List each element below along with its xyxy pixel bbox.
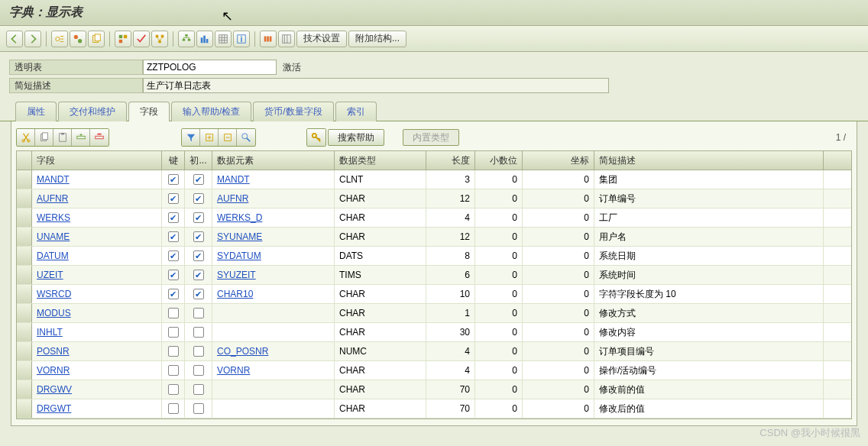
info-icon[interactable]: i — [233, 31, 250, 47]
cell-field[interactable]: WSRCD — [32, 285, 162, 303]
row-selector[interactable] — [17, 304, 32, 322]
paste-icon[interactable] — [53, 129, 72, 146]
cell-field[interactable]: UNAME — [32, 228, 162, 246]
cell-field[interactable]: MANDT — [32, 170, 162, 189]
cell-key[interactable] — [162, 247, 185, 265]
cell-key[interactable] — [162, 285, 185, 303]
cell-elem[interactable]: AUFNR — [212, 189, 335, 208]
col-init[interactable]: 初... — [185, 151, 212, 170]
cell-elem[interactable] — [212, 399, 335, 418]
cell-field[interactable]: UZEIT — [32, 266, 162, 284]
cell-elem[interactable]: WERKS_D — [212, 208, 335, 227]
cut-icon[interactable] — [17, 129, 35, 146]
cell-elem[interactable] — [212, 304, 335, 322]
key-icon[interactable] — [307, 129, 326, 146]
copy-row-icon[interactable] — [35, 129, 53, 146]
back-icon[interactable] — [6, 31, 23, 47]
cell-elem[interactable]: SYDATUM — [212, 247, 335, 265]
col-elem[interactable]: 数据元素 — [212, 151, 335, 170]
find-icon[interactable] — [237, 129, 255, 146]
forward-icon[interactable] — [24, 31, 41, 47]
tab-input-help[interactable]: 输入帮助/检查 — [171, 102, 251, 121]
activate-icon[interactable] — [133, 31, 150, 47]
col-key[interactable]: 键 — [162, 151, 185, 170]
cell-init[interactable] — [185, 399, 212, 418]
cell-field[interactable]: VORNR — [32, 361, 162, 380]
row-selector[interactable] — [17, 247, 32, 265]
cell-key[interactable] — [162, 323, 185, 341]
cell-init[interactable] — [185, 170, 212, 189]
cell-init[interactable] — [185, 380, 212, 399]
desc-input[interactable] — [143, 78, 609, 93]
cell-init[interactable] — [185, 323, 212, 341]
tab-fields[interactable]: 字段 — [128, 102, 170, 121]
expand-icon[interactable] — [200, 129, 219, 146]
cell-field[interactable]: POSNR — [32, 342, 162, 360]
builtin-type-button[interactable]: 内置类型 — [403, 129, 459, 146]
delete-row-icon[interactable] — [90, 129, 108, 146]
cell-init[interactable] — [185, 266, 212, 284]
col-type[interactable]: 数据类型 — [335, 151, 426, 170]
row-selector[interactable] — [17, 285, 32, 303]
col-coord[interactable]: 坐标 — [523, 151, 594, 170]
cell-key[interactable] — [162, 399, 185, 418]
row-selector[interactable] — [17, 323, 32, 341]
row-selector[interactable] — [17, 208, 32, 227]
col-dec[interactable]: 小数位 — [475, 151, 523, 170]
row-selector[interactable] — [17, 380, 32, 399]
hierarchy-icon[interactable] — [178, 31, 195, 47]
cell-key[interactable] — [162, 380, 185, 399]
cell-key[interactable] — [162, 342, 185, 360]
collapse-icon[interactable] — [219, 129, 237, 146]
tab-attributes[interactable]: 属性 — [15, 102, 57, 121]
cell-elem[interactable]: MANDT — [212, 170, 335, 189]
cell-field[interactable]: DATUM — [32, 247, 162, 265]
cell-field[interactable]: DRGWT — [32, 399, 162, 418]
copy-icon[interactable] — [88, 31, 105, 47]
tab-indexes[interactable]: 索引 — [335, 102, 377, 121]
check-icon[interactable] — [115, 31, 131, 47]
cell-field[interactable]: INHLT — [32, 323, 162, 341]
cell-key[interactable] — [162, 304, 185, 322]
cell-field[interactable]: AUFNR — [32, 189, 162, 208]
col-len[interactable]: 长度 — [426, 151, 475, 170]
row-selector[interactable] — [17, 361, 32, 380]
cell-init[interactable] — [185, 189, 212, 208]
search-help-button[interactable]: 搜索帮助 — [328, 129, 384, 146]
insert-row-icon[interactable] — [72, 129, 90, 146]
add-structure-button[interactable]: 附加结构... — [348, 31, 406, 47]
row-selector[interactable] — [17, 266, 32, 284]
cell-elem[interactable] — [212, 323, 335, 341]
tech-settings-button[interactable]: 技术设置 — [296, 31, 347, 47]
cell-field[interactable]: MODUS — [32, 304, 162, 322]
row-selector[interactable] — [17, 399, 32, 418]
row-selector[interactable] — [17, 170, 32, 189]
other-object-icon[interactable] — [70, 31, 86, 47]
table-contents-icon[interactable] — [215, 31, 232, 47]
cell-key[interactable] — [162, 170, 185, 189]
cell-init[interactable] — [185, 304, 212, 322]
indexes-icon[interactable] — [278, 31, 295, 47]
display-change-icon[interactable] — [51, 31, 68, 47]
cell-elem[interactable]: SYUNAME — [212, 228, 335, 246]
graphic-icon[interactable] — [196, 31, 213, 47]
cell-key[interactable] — [162, 361, 185, 380]
cell-field[interactable]: DRGWV — [32, 380, 162, 399]
cell-init[interactable] — [185, 247, 212, 265]
row-selector[interactable] — [17, 342, 32, 360]
filter-icon[interactable] — [182, 129, 200, 146]
col-field[interactable]: 字段 — [32, 151, 162, 170]
cell-init[interactable] — [185, 228, 212, 246]
col-selector[interactable] — [17, 151, 32, 170]
tab-currency[interactable]: 货币/数量字段 — [253, 102, 333, 121]
cell-elem[interactable]: SYUZEIT — [212, 266, 335, 284]
where-used-icon[interactable] — [151, 31, 168, 47]
cell-elem[interactable]: CO_POSNR — [212, 342, 335, 360]
cell-init[interactable] — [185, 285, 212, 303]
cell-key[interactable] — [162, 208, 185, 227]
cell-elem[interactable] — [212, 380, 335, 399]
cell-key[interactable] — [162, 189, 185, 208]
cell-init[interactable] — [185, 208, 212, 227]
tab-delivery[interactable]: 交付和维护 — [58, 102, 127, 121]
cell-field[interactable]: WERKS — [32, 208, 162, 227]
